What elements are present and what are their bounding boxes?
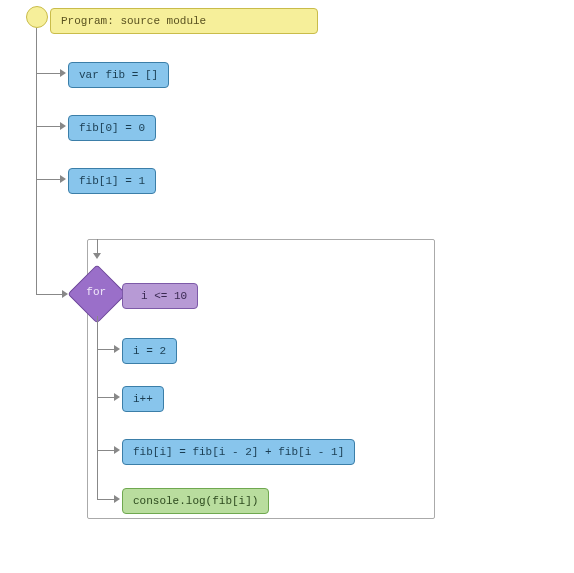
loop-body-text: fib[i] = fib[i - 2] + fib[i - 1] [133, 446, 344, 458]
loop-condition: i <= 10 [122, 283, 198, 309]
loop-container [87, 239, 435, 519]
stmt-fib0: fib[0] = 0 [68, 115, 156, 141]
loop-init-text: i = 2 [133, 345, 166, 357]
stmt-var-fib: var fib = [] [68, 62, 169, 88]
start-node [26, 6, 48, 28]
stmt-fib0-text: fib[0] = 0 [79, 122, 145, 134]
stmt-fib1-text: fib[1] = 1 [79, 175, 145, 187]
stmt-var-fib-text: var fib = [] [79, 69, 158, 81]
loop-condition-text: i <= 10 [141, 290, 187, 302]
program-title-text: Program: source module [61, 15, 206, 27]
loop-log-text: console.log(fib[i]) [133, 495, 258, 507]
loop-update: i++ [122, 386, 164, 412]
for-keyword-text: for [86, 286, 106, 298]
program-title-box: Program: source module [50, 8, 318, 34]
loop-init: i = 2 [122, 338, 177, 364]
loop-update-text: i++ [133, 393, 153, 405]
stmt-fib1: fib[1] = 1 [68, 168, 156, 194]
loop-body: fib[i] = fib[i - 2] + fib[i - 1] [122, 439, 355, 465]
loop-log: console.log(fib[i]) [122, 488, 269, 514]
